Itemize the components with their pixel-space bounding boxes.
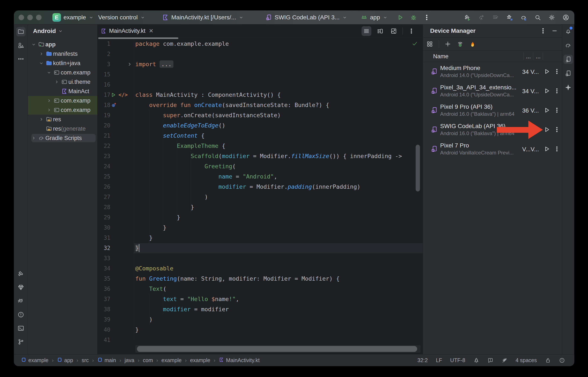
highlighting-level-icon[interactable]	[473, 357, 479, 363]
device-table-header[interactable]: Name ... ...	[423, 51, 562, 62]
more-tool-windows-icon[interactable]	[16, 54, 25, 64]
code-line[interactable]: modifier = Modifier.padding(innerPadding…	[135, 182, 361, 192]
breadcrumb-item-main[interactable]: main	[97, 357, 116, 364]
version-control-icon[interactable]	[16, 337, 25, 347]
code-editor[interactable]: 1package com.example.example23import ...…	[98, 37, 423, 354]
tree-item-res[interactable]: res	[28, 115, 97, 124]
line-number[interactable]: 30	[98, 223, 110, 233]
project-view-selector[interactable]: Android	[28, 24, 97, 37]
caret-position[interactable]: 32:2	[417, 357, 428, 363]
hide-panel-icon[interactable]	[551, 27, 558, 34]
chevron-right-icon[interactable]	[38, 51, 45, 56]
pair-wifi-device-icon[interactable]	[457, 41, 463, 47]
breadcrumb-item-app[interactable]: app	[57, 357, 73, 364]
code-line[interactable]: Greeting(	[135, 161, 236, 171]
device-options-button[interactable]	[554, 107, 560, 114]
run-with-coverage-icon[interactable]	[478, 14, 485, 21]
chevron-right-icon[interactable]	[53, 79, 60, 84]
firebase-icon[interactable]	[469, 41, 476, 47]
start-device-button[interactable]	[543, 126, 550, 134]
line-number[interactable]: 29	[98, 212, 110, 223]
settings-icon[interactable]	[548, 14, 555, 21]
breadcrumb-item-example[interactable]: example	[190, 357, 210, 363]
line-number[interactable]: 36	[98, 284, 110, 294]
minimize-window-button[interactable]	[27, 15, 33, 20]
line-number[interactable]: 26	[98, 182, 110, 192]
breadcrumb-item-example[interactable]: example	[21, 357, 49, 364]
line-number[interactable]: 20	[98, 120, 110, 131]
file-switcher-dropdown[interactable]: MainActivity.kt [/Users/...	[162, 11, 244, 24]
line-number[interactable]: 2	[98, 49, 110, 59]
code-line[interactable]: package com.example.example	[135, 39, 229, 49]
editor-horizontal-scrollbar[interactable]	[135, 345, 421, 353]
group-devices-icon[interactable]	[426, 41, 433, 47]
code-line[interactable]: text = "Hello $name!",	[135, 294, 239, 304]
notifications-icon[interactable]	[563, 27, 573, 36]
line-number[interactable]: 22	[98, 141, 110, 151]
debug-button[interactable]	[410, 14, 417, 21]
gemini-icon[interactable]	[563, 83, 573, 92]
close-tab-icon[interactable]: ✕	[149, 28, 154, 34]
line-number[interactable]: 24	[98, 161, 110, 171]
line-number[interactable]: 35	[98, 274, 110, 284]
problems-icon[interactable]	[16, 310, 25, 319]
inspections-ok-icon[interactable]	[412, 40, 418, 47]
app-quality-insights-icon[interactable]	[16, 283, 25, 292]
code-line[interactable]: super.onCreate(savedInstanceState)	[135, 110, 281, 120]
code-line[interactable]: }	[135, 202, 194, 212]
line-number[interactable]: 18	[98, 100, 110, 110]
profiler-icon[interactable]	[492, 14, 499, 21]
code-line[interactable]: fun Greeting(name: String, modifier: Mod…	[135, 274, 340, 284]
chevron-down-icon[interactable]	[45, 70, 53, 75]
error-indicator-icon[interactable]	[559, 357, 565, 363]
line-number[interactable]: 16	[98, 80, 110, 90]
line-number[interactable]: 41	[98, 335, 110, 345]
ai-assistant-off-icon[interactable]	[501, 357, 507, 363]
chevron-right-icon[interactable]	[45, 107, 53, 113]
add-device-button[interactable]	[444, 41, 451, 47]
start-device-button[interactable]	[543, 145, 550, 153]
breadcrumb-item-mainactivity-kt[interactable]: MainActivity.kt	[219, 357, 260, 364]
compose-preview-gutter-icon[interactable]: </>	[118, 90, 128, 100]
fold-region-gutter-icon[interactable]	[126, 59, 133, 69]
code-line[interactable]: }	[135, 212, 180, 223]
tree-item-gradle-scripts[interactable]: Gradle Scripts	[28, 133, 97, 143]
device-options-button[interactable]	[554, 146, 560, 153]
code-view-button[interactable]	[362, 26, 371, 36]
project-widget[interactable]: E example	[52, 11, 94, 24]
code-line[interactable]: }	[135, 223, 166, 233]
code-line[interactable]: ExampleTheme {	[135, 141, 225, 151]
code-line[interactable]: import ...	[135, 59, 174, 69]
line-number[interactable]: 40	[98, 325, 110, 335]
attach-debugger-icon[interactable]	[506, 14, 513, 21]
gradle-icon[interactable]	[563, 41, 573, 50]
column-type[interactable]: ...	[536, 53, 541, 59]
code-line[interactable]: override fun onCreate(savedInstanceState…	[135, 100, 329, 110]
more-run-options-button[interactable]	[423, 14, 430, 21]
build-run-icon[interactable]	[464, 14, 471, 21]
breadcrumb-item-example[interactable]: example	[162, 357, 182, 363]
device-row-pixel-9-pro-api-36-[interactable]: Pixel 9 Pro (API 36)Android 16.0 ("Bakla…	[423, 101, 562, 120]
line-number[interactable]: 15	[98, 69, 110, 80]
line-number[interactable]: 33	[98, 253, 110, 263]
vcs-widget[interactable]: Version control	[98, 11, 145, 24]
run-button[interactable]	[397, 14, 404, 21]
line-number[interactable]: 31	[98, 233, 110, 243]
breadcrumb-item-src[interactable]: src	[82, 357, 89, 363]
tree-item-com-examp[interactable]: com.examp	[28, 96, 97, 105]
tree-item-com-examp[interactable]: com.examp	[28, 68, 97, 77]
line-number[interactable]: 34	[98, 263, 110, 274]
chevron-down-icon[interactable]	[30, 42, 37, 47]
start-device-button[interactable]	[543, 87, 550, 95]
run-configuration-dropdown[interactable]: app	[361, 11, 388, 24]
line-number[interactable]: 38	[98, 304, 110, 314]
build-icon[interactable]	[16, 269, 25, 279]
close-window-button[interactable]	[19, 15, 24, 20]
line-number[interactable]: 25	[98, 171, 110, 182]
code-line[interactable]: modifier = modifier	[135, 304, 229, 314]
line-number[interactable]: 19	[98, 110, 110, 120]
breadcrumb-item-com[interactable]: com	[143, 357, 153, 363]
chevron-down-icon[interactable]	[38, 61, 45, 66]
tree-item-com-examp[interactable]: com.examp	[28, 105, 97, 115]
breadcrumb-item-java[interactable]: java	[125, 357, 134, 363]
